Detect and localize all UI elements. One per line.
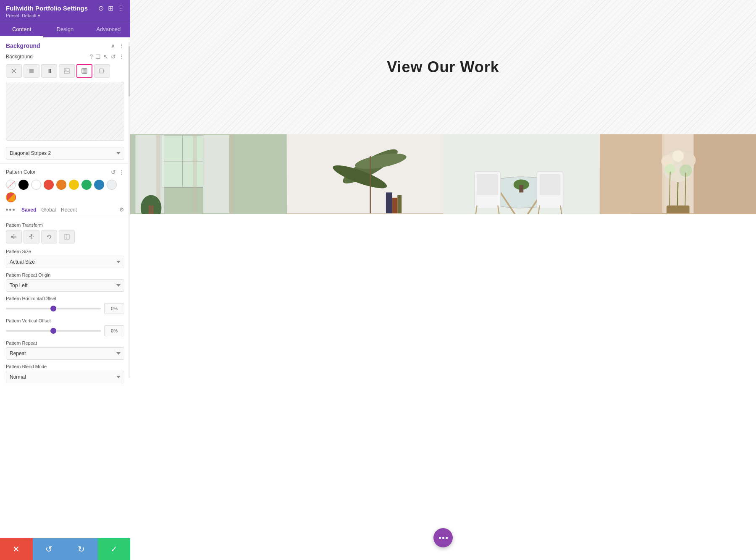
pattern-color-reset[interactable]: ↺ xyxy=(111,169,116,175)
gradient-background-btn[interactable] xyxy=(41,64,57,78)
redo-button[interactable]: ↻ xyxy=(65,538,98,560)
pattern-color-header: Pattern Color ↺ ⋮ xyxy=(0,165,130,177)
svg-rect-53 xyxy=(540,174,561,195)
collapse-icon[interactable]: ∧ xyxy=(111,42,115,49)
color-settings-icon[interactable]: ⚙ xyxy=(119,207,124,213)
options-icon[interactable]: ⋮ xyxy=(118,53,124,60)
pattern-v-offset-row: Pattern Vertical Offset 0% xyxy=(0,316,130,338)
video-background-btn[interactable] xyxy=(94,64,110,78)
pattern-repeat-origin-select[interactable]: Top Left Top Center Top Right Center Bot… xyxy=(6,279,124,292)
yellow-swatch[interactable] xyxy=(69,180,79,190)
rotate-btn[interactable] xyxy=(41,230,57,243)
no-background-btn[interactable] xyxy=(6,64,22,78)
device-icon[interactable]: ☐ xyxy=(95,53,101,60)
tab-content[interactable]: Content xyxy=(0,22,43,37)
panel-tabs: Content Design Advanced xyxy=(0,22,130,37)
settings-icon[interactable]: ⊙ xyxy=(98,4,104,12)
pattern-blend-mode-field: Pattern Blend Mode Normal Multiply Scree… xyxy=(0,362,130,385)
floating-action-button[interactable] xyxy=(433,528,453,547)
section-title: Background xyxy=(6,42,40,49)
pattern-size-select[interactable]: Actual Size Fit Fill Custom xyxy=(6,256,124,268)
svg-rect-32 xyxy=(193,134,197,214)
mirror-btn[interactable] xyxy=(59,230,75,243)
pattern-preview xyxy=(6,82,124,141)
svg-rect-15 xyxy=(11,236,13,238)
svg-marker-14 xyxy=(103,70,105,72)
svg-rect-59 xyxy=(519,185,523,193)
section-more-icon[interactable]: ⋮ xyxy=(118,42,124,49)
black-swatch[interactable] xyxy=(18,180,29,190)
pattern-size-field: Pattern Size Actual Size Fit Fill Custom xyxy=(0,247,130,270)
panel-content: Background ∧ ⋮ Background ? ☐ ↖ ↺ ⋮ xyxy=(0,37,130,538)
cursor-icon[interactable]: ↖ xyxy=(103,53,108,60)
white-swatch[interactable] xyxy=(31,180,41,190)
pattern-blend-mode-label: Pattern Blend Mode xyxy=(6,364,124,369)
panel-header: Fullwidth Portfolio Settings ⊙ ⊞ ⋮ Prese… xyxy=(0,0,130,22)
red-swatch[interactable] xyxy=(44,180,54,190)
layout-icon[interactable]: ⊞ xyxy=(108,4,113,12)
svg-rect-13 xyxy=(100,69,103,73)
save-button[interactable]: ✓ xyxy=(98,538,131,560)
main-area: View Our Work xyxy=(130,0,756,560)
pattern-type-select[interactable]: Diagonal Stripes 2 xyxy=(6,147,124,160)
background-label-row: Background ? ☐ ↖ ↺ ⋮ xyxy=(0,52,130,63)
pattern-h-offset-label: Pattern Horizontal Offset xyxy=(6,296,124,301)
cancel-button[interactable]: ✕ xyxy=(0,538,33,560)
more-icon[interactable]: ⋮ xyxy=(118,4,124,12)
pattern-transform-label: Pattern Transform xyxy=(0,220,130,229)
hero-pattern-area: View Our Work xyxy=(130,0,756,134)
pattern-background-btn[interactable] xyxy=(76,64,92,78)
scroll-indicator xyxy=(129,42,130,378)
orange-swatch[interactable] xyxy=(56,180,66,190)
help-icon[interactable]: ? xyxy=(89,53,93,60)
pattern-h-offset-value[interactable]: 0% xyxy=(104,303,124,314)
svg-rect-42 xyxy=(386,192,392,214)
color-tab-recent[interactable]: Recent xyxy=(61,207,77,213)
pattern-size-label: Pattern Size xyxy=(6,249,124,254)
green-swatch[interactable] xyxy=(81,180,92,190)
bottom-bar: ✕ ↺ ↻ ✓ xyxy=(0,538,130,560)
portfolio-img-4[interactable] xyxy=(600,134,756,214)
svg-rect-45 xyxy=(287,213,444,214)
color-swatches xyxy=(0,177,130,205)
light-swatch[interactable] xyxy=(107,180,117,190)
svg-rect-3 xyxy=(47,69,51,73)
portfolio-img-3[interactable] xyxy=(443,134,600,214)
tab-advanced[interactable]: Advanced xyxy=(87,22,130,37)
svg-rect-29 xyxy=(203,135,229,213)
transparent-swatch[interactable] xyxy=(6,180,16,190)
scroll-thumb xyxy=(129,46,130,97)
tab-design[interactable]: Design xyxy=(43,22,87,37)
svg-rect-44 xyxy=(397,195,402,214)
color-tab-global[interactable]: Global xyxy=(41,207,56,213)
svg-rect-43 xyxy=(392,198,397,214)
flip-v-btn[interactable] xyxy=(24,230,39,243)
svg-point-66 xyxy=(672,150,683,162)
svg-rect-2 xyxy=(29,69,34,73)
undo-button[interactable]: ↺ xyxy=(33,538,66,560)
dot-2 xyxy=(442,537,444,539)
portfolio-strip xyxy=(130,134,756,214)
svg-rect-73 xyxy=(666,206,689,215)
portfolio-img-1[interactable] xyxy=(130,134,287,214)
pattern-type-field: Diagonal Stripes 2 xyxy=(0,145,130,162)
section-header: Background ∧ ⋮ xyxy=(0,37,130,52)
bg-type-row xyxy=(0,63,130,82)
portfolio-img-2[interactable] xyxy=(287,134,444,214)
pattern-v-offset-value[interactable]: 0% xyxy=(104,325,124,336)
pattern-color-more[interactable]: ⋮ xyxy=(118,169,124,175)
pattern-blend-mode-select[interactable]: Normal Multiply Screen Overlay xyxy=(6,371,124,383)
panel-preset[interactable]: Preset: Default ▾ xyxy=(6,13,124,18)
reset-icon[interactable]: ↺ xyxy=(111,53,116,60)
image-background-btn[interactable] xyxy=(59,64,75,78)
pattern-repeat-select[interactable]: Repeat Repeat X Repeat Y No Repeat xyxy=(6,347,124,360)
flip-h-btn[interactable] xyxy=(6,230,22,243)
custom-swatch[interactable] xyxy=(6,192,16,202)
color-tab-saved[interactable]: Saved xyxy=(21,207,36,213)
blue-swatch[interactable] xyxy=(94,180,104,190)
svg-rect-16 xyxy=(14,236,16,238)
svg-rect-51 xyxy=(477,174,498,195)
color-background-btn[interactable] xyxy=(24,64,39,78)
main-content: View Our Work xyxy=(130,0,756,560)
svg-rect-35 xyxy=(148,206,153,215)
